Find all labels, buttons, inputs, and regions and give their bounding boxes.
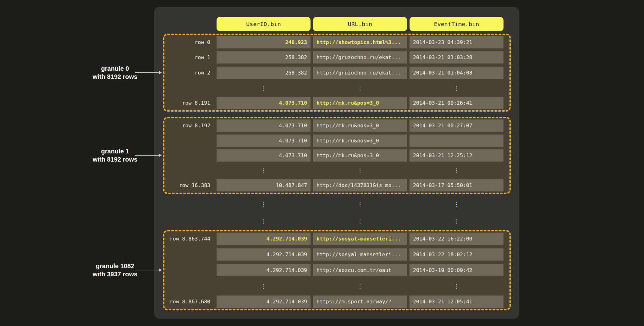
cell-userid: 10.487.847 — [217, 179, 311, 191]
arrow-right-icon — [135, 270, 159, 270]
cell-eventtime: 2014-03-21 00:26:41 — [410, 97, 504, 109]
arrow-right-icon — [135, 155, 159, 156]
ellipsis-row: ⋮⋮⋮ — [164, 280, 509, 292]
table-row: row 2258.382http://gruzochno.ru/ekat...2… — [164, 67, 509, 79]
row-label: row 8.192 — [164, 123, 217, 129]
granule-annotation-line2: with 8192 rows — [77, 155, 153, 163]
cell-eventtime: 2014-03-23 04:39:21 — [410, 36, 504, 48]
ellipsis-glyph: ⋮ — [410, 280, 504, 292]
granule-box: row 8.863.7444.292.714.039http://sosyal-… — [163, 230, 511, 310]
ellipsis-glyph: ⋮ — [410, 164, 504, 177]
cell-url: http://showtopics.html%3... — [313, 36, 407, 48]
table-row: row 8.867.6804.292.714.039https://m.spor… — [164, 296, 509, 308]
cell-url: http://sozcu.com.tr/oaut — [313, 264, 407, 276]
cell-userid: 4.292.714.039 — [217, 264, 311, 276]
cell-eventtime: 2014-03-22 18:02:12 — [410, 248, 504, 261]
cell-eventtime: 2014-03-17 05:50:01 — [410, 179, 504, 191]
ellipsis-glyph: ⋮ — [313, 198, 407, 211]
cell-url: http://sosyal-mansetleri... — [313, 233, 407, 245]
table-row: row 8.1924.073.710http://mk.ru&pos=3_020… — [164, 119, 509, 132]
cell-url: http://mk.ru&pos=3_0 — [313, 97, 407, 109]
cell-url: http://sosyal-mansetleri... — [313, 248, 407, 261]
cell-url: http://doc/1437831&is_mo... — [313, 179, 407, 191]
ellipsis-glyph: ⋮ — [313, 82, 407, 94]
ellipsis-glyph: ⋮ — [313, 164, 407, 177]
cell-userid: 4.073.710 — [217, 135, 311, 147]
cell-url: http://mk.ru&pos=3_0 — [313, 149, 407, 162]
row-label: row 0 — [164, 39, 217, 45]
table-row: 4.292.714.039http://sozcu.com.tr/oaut201… — [164, 264, 509, 276]
table-row: row 0240.923http://showtopics.html%3...2… — [164, 36, 509, 48]
cell-eventtime: 2014-03-21 12:05:41 — [410, 296, 504, 308]
ellipsis-glyph: ⋮ — [410, 215, 504, 227]
cell-userid: 258.382 — [217, 67, 311, 79]
ellipsis-glyph: ⋮ — [217, 198, 311, 211]
granule-annotation-line1: granule 1 — [77, 147, 153, 155]
cell-userid: 4.292.714.039 — [217, 233, 311, 245]
table-row: row 1258.382http://gruzochno.ru/ekat...2… — [164, 51, 509, 64]
ellipsis-glyph: ⋮ — [313, 280, 407, 292]
ellipsis-glyph: ⋮ — [217, 82, 311, 94]
cell-url: http://gruzochno.ru/ekat... — [313, 51, 407, 64]
cell-eventtime: 2014-03-19 00:09:42 — [410, 264, 504, 276]
table-row: 4.073.710http://mk.ru&pos=3_02014-03-21 … — [164, 149, 509, 162]
granule-box: row 8.1924.073.710http://mk.ru&pos=3_020… — [163, 117, 511, 194]
table-row: row 8.1914.073.710http://mk.ru&pos=3_020… — [164, 97, 509, 109]
row-label: row 16.383 — [164, 182, 217, 188]
ellipsis-row: ⋮⋮⋮ — [164, 215, 509, 227]
cell-userid: 4.073.710 — [217, 149, 311, 162]
ellipsis-row: ⋮⋮⋮ — [164, 198, 509, 211]
cell-eventtime: 2014-03-21 12:25:12 — [410, 149, 504, 162]
cell-eventtime: 2014-03-21 01:03:28 — [410, 51, 504, 64]
cell-userid: 4.292.714.039 — [217, 248, 311, 261]
cell-userid: 4.073.710 — [217, 97, 311, 109]
granule-box: row 0240.923http://showtopics.html%3...2… — [163, 34, 511, 112]
column-header-label: URL.bin — [348, 21, 372, 27]
row-label: row 8.191 — [164, 100, 217, 106]
table-row: 4.073.710http://mk.ru&pos=3_0 — [164, 135, 509, 147]
column-header-label: UserID.bin — [246, 21, 281, 27]
cell-url: https://m.sport.airway/? — [313, 296, 407, 308]
granule-annotation-line2: with 3937 rows — [77, 270, 153, 278]
granules-diagram: UserID.binURL.binEventTime.bin row 0240.… — [0, 0, 644, 326]
ellipsis-row: ⋮⋮⋮ — [164, 164, 509, 177]
ellipsis-glyph: ⋮ — [313, 215, 407, 227]
row-label: row 1 — [164, 54, 217, 60]
table-row: row 16.38310.487.847http://doc/1437831&i… — [164, 179, 509, 191]
cell-userid: 258.382 — [217, 51, 311, 64]
column-header-label: EventTime.bin — [434, 21, 479, 27]
cell-eventtime: 2014-03-21 00:27:07 — [410, 119, 504, 132]
cell-url: http://gruzochno.ru/ekat... — [313, 67, 407, 79]
granule-annotation-line2: with 8192 rows — [77, 73, 153, 81]
ellipsis-glyph: ⋮ — [217, 164, 311, 177]
cell-userid: 4.292.714.039 — [217, 296, 311, 308]
ellipsis-glyph: ⋮ — [410, 198, 504, 211]
cell-eventtime: 2014-03-22 16:22:00 — [410, 233, 504, 245]
column-header-pill: EventTime.bin — [410, 17, 504, 31]
row-label: row 2 — [164, 70, 217, 76]
cell-url: http://mk.ru&pos=3_0 — [313, 135, 407, 147]
column-header-pill: UserID.bin — [217, 17, 311, 31]
ellipsis-glyph: ⋮ — [217, 215, 311, 227]
cell-eventtime: 2014-03-21 01:04:08 — [410, 67, 504, 79]
column-headers: UserID.binURL.binEventTime.bin — [217, 17, 504, 31]
table-row: 4.292.714.039http://sosyal-mansetleri...… — [164, 248, 509, 261]
cell-eventtime — [410, 135, 504, 147]
row-label: row 8.863.744 — [164, 236, 217, 242]
ellipsis-row: ⋮⋮⋮ — [164, 82, 509, 94]
cell-userid: 240.923 — [217, 36, 311, 48]
table-row: row 8.863.7444.292.714.039http://sosyal-… — [164, 233, 509, 245]
cell-userid: 4.073.710 — [217, 119, 311, 132]
row-label: row 8.867.680 — [164, 299, 217, 305]
granule-annotation-line1: granule 0 — [77, 64, 153, 73]
ellipsis-glyph: ⋮ — [410, 82, 504, 94]
granule-annotation-line1: granule 1082 — [77, 262, 153, 270]
cell-url: http://mk.ru&pos=3_0 — [313, 119, 407, 132]
ellipsis-glyph: ⋮ — [217, 280, 311, 292]
arrow-right-icon — [135, 72, 159, 73]
column-header-pill: URL.bin — [313, 17, 407, 31]
